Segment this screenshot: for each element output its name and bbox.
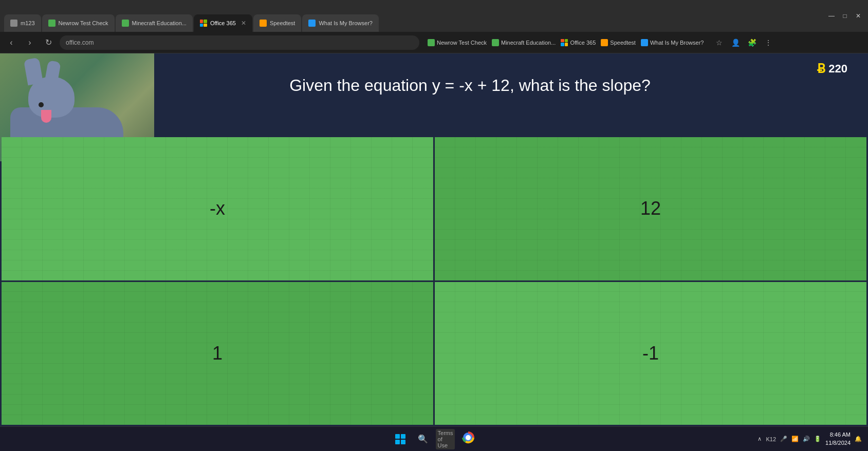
tab-label-office365: Office 365 xyxy=(210,20,236,26)
clock-date: 11/8/2024 xyxy=(825,439,851,447)
search-taskbar-icon: 🔍 xyxy=(418,434,428,444)
k12-tray-item[interactable]: K12 xyxy=(766,436,776,442)
tab-newrow[interactable]: Newrow Test Check xyxy=(42,14,115,32)
bookmark-office365[interactable]: Office 365 xyxy=(561,39,596,46)
bookmark-label-whatis: What Is My Browser? xyxy=(650,40,704,46)
close-button[interactable]: ✕ xyxy=(853,10,864,22)
main-content: Ƀ 220 Given the equation y = -x + 12, wh… xyxy=(0,53,868,426)
chrome-taskbar-icon xyxy=(462,431,474,446)
tab-icon-newrow xyxy=(48,20,56,27)
svg-point-2 xyxy=(466,436,470,440)
window-controls: — □ ✕ xyxy=(826,10,864,22)
tab-icon-office365 xyxy=(200,20,207,27)
battery-icon[interactable]: 🔋 xyxy=(814,436,821,442)
tab-whatis[interactable]: What Is My Browser? xyxy=(302,14,379,32)
maximize-button[interactable]: □ xyxy=(839,10,851,22)
volume-icon-glyph: 🔊 xyxy=(803,436,810,442)
windows-start-button[interactable] xyxy=(391,430,410,448)
mic-icon[interactable]: 🎤 xyxy=(780,436,787,442)
search-taskbar-button[interactable]: 🔍 xyxy=(414,430,432,448)
tab-label-m123: m123 xyxy=(21,20,35,26)
tab-speedtest[interactable]: Speedtest xyxy=(253,14,302,32)
taskbar-clock: 8:46 AM 11/8/2024 xyxy=(825,431,851,447)
answer-text-c: 1 xyxy=(212,343,223,364)
battery-icon-glyph: 🔋 xyxy=(814,436,821,442)
chrome-taskbar-button[interactable] xyxy=(459,430,477,448)
bell-icon: 🔔 xyxy=(855,436,862,442)
bookmark-label-speedtest: Speedtest xyxy=(610,40,636,46)
address-bar[interactable]: office.com xyxy=(60,35,419,50)
volume-icon[interactable]: 🔊 xyxy=(803,436,810,442)
taskbar-right: ∧ K12 🎤 📶 🔊 🔋 8:46 AM 11/8/2024 🔔 xyxy=(758,431,862,447)
bookmark-icon-office365 xyxy=(561,39,568,46)
score-value: 220 xyxy=(828,62,847,76)
clock-time: 8:46 AM xyxy=(825,431,851,439)
k12-label: K12 xyxy=(766,436,776,442)
tab-minecraft[interactable]: Minecraft Education... xyxy=(116,14,193,32)
tab-icon-m123 xyxy=(10,20,17,27)
system-tray-caret[interactable]: ∧ xyxy=(758,436,762,442)
forward-button[interactable]: › xyxy=(23,35,37,50)
windows-icon xyxy=(395,434,405,444)
bookmark-speedtest[interactable]: Speedtest xyxy=(601,39,636,46)
tab-label-minecraft: Minecraft Education... xyxy=(132,20,187,26)
taskbar-center: 🔍 TermsofUse xyxy=(391,430,477,448)
tab-label-whatis: What Is My Browser? xyxy=(319,20,373,26)
bookmark-icon-speedtest xyxy=(601,39,608,46)
terms-taskbar-button[interactable]: TermsofUse xyxy=(436,430,455,448)
tab-icon-speedtest xyxy=(260,20,267,27)
microphone-icon: 🎤 xyxy=(780,436,787,442)
answer-text-b: 12 xyxy=(640,198,661,219)
bookmarks-bar: Newrow Test Check Minecraft Education...… xyxy=(428,39,704,46)
tab-office365[interactable]: Office 365 ✕ xyxy=(194,14,252,32)
answer-text-d: -1 xyxy=(642,343,659,364)
tab-icon-minecraft xyxy=(122,20,129,27)
extension-icon[interactable]: 🧩 xyxy=(745,35,759,50)
score-icon: Ƀ xyxy=(817,62,825,76)
tab-label-newrow: Newrow Test Check xyxy=(59,20,108,26)
wifi-icon[interactable]: 📶 xyxy=(791,436,799,442)
question-area: Ƀ 220 Given the equation y = -x + 12, wh… xyxy=(0,53,868,136)
notification-icon[interactable]: 🔔 xyxy=(855,436,862,442)
reload-button[interactable]: ↻ xyxy=(41,35,56,50)
menu-icon[interactable]: ⋮ xyxy=(761,35,775,50)
wifi-icon-glyph: 📶 xyxy=(791,436,799,442)
toolbar-icons: ☆ 👤 🧩 ⋮ xyxy=(712,35,775,50)
bookmark-label-minecraft: Minecraft Education... xyxy=(501,40,556,46)
answer-button-a[interactable]: -x xyxy=(2,137,433,280)
tab-m123[interactable]: m123 xyxy=(4,14,41,32)
bookmark-minecraft[interactable]: Minecraft Education... xyxy=(492,39,556,46)
question-text: Given the equation y = -x + 12, what is … xyxy=(103,64,837,102)
answer-text-a: -x xyxy=(210,198,225,219)
caret-icon: ∧ xyxy=(758,436,762,442)
address-text: office.com xyxy=(66,39,94,46)
bookmark-whatis[interactable]: What Is My Browser? xyxy=(641,39,704,46)
minimize-button[interactable]: — xyxy=(826,10,837,22)
browser-chrome: m123 Newrow Test Check Minecraft Educati… xyxy=(0,0,868,32)
bookmark-icon-newrow xyxy=(428,39,435,46)
bookmark-label-newrow: Newrow Test Check xyxy=(437,40,487,46)
bookmark-icon-minecraft xyxy=(492,39,499,46)
taskbar: 🔍 TermsofUse ∧ K12 🎤 xyxy=(0,426,868,451)
bookmark-icon-whatis xyxy=(641,39,648,46)
profile-icon[interactable]: 👤 xyxy=(728,35,743,50)
answer-button-b[interactable]: 12 xyxy=(435,137,866,280)
tab-close-office365[interactable]: ✕ xyxy=(241,20,246,27)
answer-button-c[interactable]: 1 xyxy=(2,282,433,425)
bookmark-label-office365: Office 365 xyxy=(570,40,596,46)
tab-icon-whatis xyxy=(308,20,316,27)
answer-grid: -x 12 1 -1 xyxy=(0,136,868,426)
tab-label-speedtest: Speedtest xyxy=(270,20,296,26)
star-icon[interactable]: ☆ xyxy=(712,35,726,50)
browser-tabs: m123 Newrow Test Check Minecraft Educati… xyxy=(4,0,826,32)
answer-button-d[interactable]: -1 xyxy=(435,282,866,425)
back-button[interactable]: ‹ xyxy=(4,35,19,50)
address-bar-row: ‹ › ↻ office.com Newrow Test Check Minec… xyxy=(0,32,868,53)
score-badge: Ƀ 220 xyxy=(817,62,847,76)
terms-taskbar-icon: TermsofUse xyxy=(436,429,455,449)
bookmark-newrow[interactable]: Newrow Test Check xyxy=(428,39,487,46)
